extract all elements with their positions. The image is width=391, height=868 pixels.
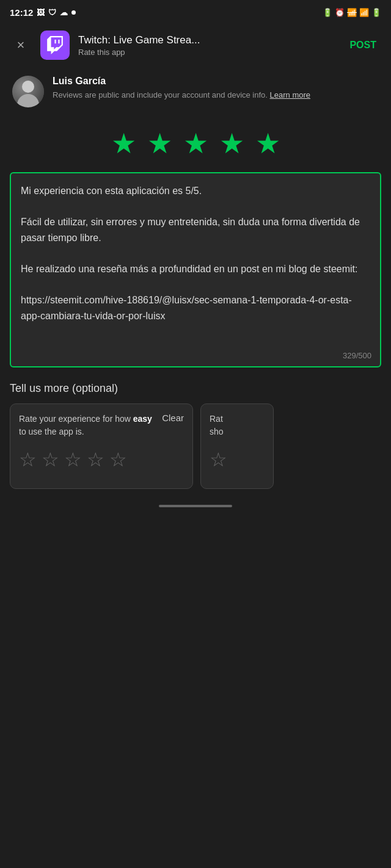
alarm-icon: ⏰ xyxy=(335,8,345,17)
partial-card-header: Rat sho xyxy=(210,413,265,438)
app-subtitle: Rate this app xyxy=(78,48,336,57)
status-icons: 🔋 ⏰ 📶 📶 🔋 xyxy=(323,8,381,17)
partial-label-prefix: Rat xyxy=(210,414,223,424)
header-bar: × Twitch: Live Game Strea... Rate this a… xyxy=(0,24,391,66)
gesture-bar xyxy=(159,505,232,507)
app-info: Twitch: Live Game Strea... Rate this app xyxy=(78,34,336,57)
rating-cards-row: Rate your experience for how easy to use… xyxy=(10,403,381,489)
learn-more-link[interactable]: Learn more xyxy=(270,90,310,99)
label-emphasis: easy xyxy=(133,414,152,424)
star-4[interactable]: ★ xyxy=(219,129,244,157)
partial-card: Rat sho ☆ xyxy=(200,403,274,489)
star-2[interactable]: ★ xyxy=(147,129,172,157)
partial-star-1[interactable]: ☆ xyxy=(210,448,227,471)
post-button[interactable]: POST xyxy=(345,37,381,53)
cloud-icon: ☁ xyxy=(60,8,68,17)
time-display: 12:12 xyxy=(10,7,33,18)
twitch-logo-icon xyxy=(46,36,64,54)
status-time: 12:12 🖼 🛡 ☁ xyxy=(10,7,76,18)
signal-bars-icon: 📶 xyxy=(359,8,369,17)
star-rating-row[interactable]: ★ ★ ★ ★ ★ xyxy=(0,117,391,172)
notice-text: Reviews are public and include your acco… xyxy=(53,90,270,99)
avatar-image xyxy=(12,76,44,107)
battery-icon: 🔋 xyxy=(371,8,381,17)
partial-card-label: Rat sho xyxy=(210,413,224,438)
app-title: Twitch: Live Game Strea... xyxy=(78,34,286,46)
battery-alert-icon: 🔋 xyxy=(323,8,332,17)
app-icon xyxy=(40,31,70,60)
user-info: Luis García Reviews are public and inclu… xyxy=(53,76,379,101)
photo-icon: 🖼 xyxy=(37,8,45,17)
card-header: Rate your experience for how easy to use… xyxy=(19,413,184,438)
shield-icon: 🛡 xyxy=(48,8,56,17)
status-bar: 12:12 🖼 🛡 ☁ 🔋 ⏰ 📶 📶 🔋 xyxy=(0,0,391,24)
review-text-area[interactable]: Mi experiencia con esta aplicación es 5/… xyxy=(10,172,381,367)
user-section: Luis García Reviews are public and inclu… xyxy=(0,66,391,117)
wifi-off-icon: 📶 xyxy=(347,8,357,17)
partial-label-suffix: sho xyxy=(210,427,224,436)
star-1[interactable]: ★ xyxy=(111,129,136,157)
user-name: Luis García xyxy=(53,76,379,87)
card-star-2[interactable]: ☆ xyxy=(42,448,59,471)
easy-to-use-card: Rate your experience for how easy to use… xyxy=(10,403,193,489)
star-3[interactable]: ★ xyxy=(183,129,208,157)
card-label-easy: Rate your experience for how easy to use… xyxy=(19,413,152,438)
card-star-3[interactable]: ☆ xyxy=(64,448,82,471)
char-count: 329/500 xyxy=(343,351,371,360)
partial-card-stars[interactable]: ☆ xyxy=(210,446,265,471)
label-suffix: to use the app is. xyxy=(19,427,84,436)
clear-button[interactable]: Clear xyxy=(157,413,184,423)
avatar xyxy=(12,76,44,107)
card-star-5[interactable]: ☆ xyxy=(109,448,127,471)
bottom-indicator xyxy=(0,496,391,512)
star-5[interactable]: ★ xyxy=(255,129,280,157)
card-star-4[interactable]: ☆ xyxy=(87,448,104,471)
close-button[interactable]: × xyxy=(10,37,32,53)
tell-more-title: Tell us more (optional) xyxy=(10,382,381,395)
user-notice: Reviews are public and include your acco… xyxy=(53,89,379,101)
label-prefix: Rate your experience for how xyxy=(19,414,133,424)
dot-indicator xyxy=(71,10,76,15)
review-content: Mi experiencia con esta aplicación es 5/… xyxy=(21,183,370,324)
tell-more-section: Tell us more (optional) Rate your experi… xyxy=(0,367,391,496)
card-stars[interactable]: ☆ ☆ ☆ ☆ ☆ xyxy=(19,446,184,471)
card-star-1[interactable]: ☆ xyxy=(19,448,37,471)
